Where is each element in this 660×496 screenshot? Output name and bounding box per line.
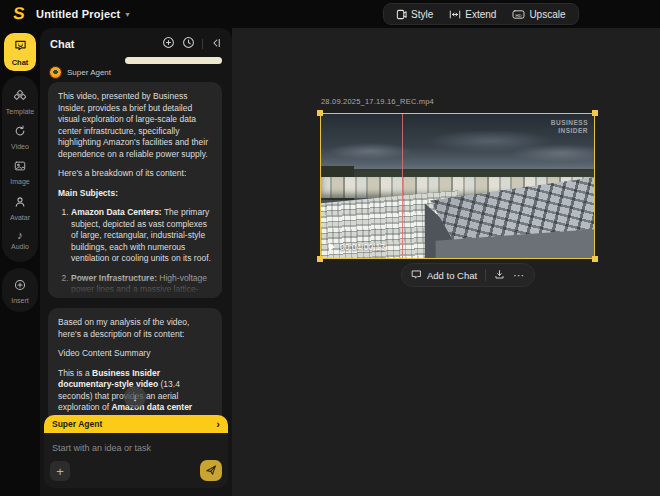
playhead-line: [402, 114, 403, 258]
message-list-item: Amazon Data Centers: The primary subject…: [71, 207, 212, 265]
plus-icon: +: [56, 464, 64, 479]
sidebar-label-video: Video: [11, 143, 29, 150]
sidebar-item-image[interactable]: Image: [10, 158, 29, 185]
action-divider: [485, 269, 486, 281]
audio-note-icon: ♪: [17, 229, 23, 241]
sidebar-label-template: Template: [6, 108, 34, 115]
sidebar-item-avatar[interactable]: Avatar: [10, 194, 30, 221]
selection-handle-bottom-left[interactable]: [317, 256, 323, 262]
extend-icon: [449, 9, 461, 20]
upscale-hd-icon: HD: [512, 9, 525, 20]
selection-handle-bottom-right[interactable]: [592, 256, 598, 262]
collapse-panel-icon[interactable]: [210, 35, 222, 53]
upscale-button[interactable]: HD Upscale: [504, 4, 573, 24]
app-logo-icon[interactable]: S: [9, 5, 29, 23]
sidebar-label-insert: Insert: [11, 297, 29, 304]
attach-plus-button[interactable]: +: [50, 461, 70, 481]
more-dots-icon: ⋯: [513, 270, 525, 280]
sidebar-item-video[interactable]: Video: [11, 123, 29, 150]
upscale-label: Upscale: [529, 9, 565, 20]
canvas-area[interactable]: 28.09.2025_17.19.16_REC.mp4 BUSINESS INS…: [232, 28, 660, 496]
template-icon: [14, 88, 26, 106]
selection-handle-top-right[interactable]: [592, 110, 598, 116]
add-to-chat-button[interactable]: Add to Chat: [411, 266, 477, 284]
add-to-chat-label: Add to Chat: [427, 270, 477, 281]
chat-input[interactable]: Start with an idea or task: [52, 443, 151, 453]
sidebar-label-avatar: Avatar: [10, 214, 30, 221]
project-title[interactable]: Untitled Project: [36, 8, 121, 20]
image-icon: [14, 158, 26, 176]
avatar-icon: [14, 194, 26, 212]
video-controls: 00:04/00:13: [329, 242, 385, 252]
super-agent-banner[interactable]: Super Agent ›: [44, 415, 228, 433]
style-button[interactable]: Style: [388, 4, 441, 24]
download-button[interactable]: [494, 266, 505, 284]
message-heading: Main Subjects:: [58, 188, 212, 200]
style-icon: [396, 9, 407, 20]
download-icon: [494, 266, 505, 284]
composer-body: Start with an idea or task +: [44, 433, 228, 488]
video-filename: 28.09.2025_17.19.16_REC.mp4: [321, 97, 434, 106]
sidebar-insert-group: Insert: [2, 268, 38, 312]
more-options-button[interactable]: ⋯: [513, 270, 525, 280]
super-agent-avatar: [49, 66, 62, 79]
chevron-right-icon: ›: [216, 419, 220, 429]
sidebar-label-audio: Audio: [11, 243, 29, 250]
video-loop-icon: [14, 123, 26, 141]
insert-plus-icon: [14, 277, 26, 295]
agent-name-label: Super Agent: [67, 68, 111, 77]
chevron-down-icon[interactable]: ▾: [126, 10, 130, 19]
video-time: 00:04/00:13: [340, 242, 385, 252]
video-thumbnail: BUSINESS INSIDER 00:04/00:13: [321, 114, 594, 258]
arrow-down-icon: ↓: [132, 391, 138, 403]
chat-composer: Super Agent › Start with an idea or task…: [44, 415, 228, 488]
canvas-toolbar: Style Extend HD Upscale: [383, 3, 579, 25]
message-paragraph: Here's a breakdown of its content:: [58, 168, 212, 180]
message-paragraph: This video, presented by Business Inside…: [58, 91, 212, 160]
left-sidebar: Chat Template Video Im: [0, 28, 40, 496]
sidebar-item-template[interactable]: Template: [6, 88, 34, 115]
chat-panel-title: Chat: [50, 38, 74, 50]
message-list: Amazon Data Centers: The primary subject…: [58, 207, 212, 298]
scroll-to-bottom-button[interactable]: ↓: [124, 386, 146, 408]
selected-video-clip[interactable]: BUSINESS INSIDER 00:04/00:13: [320, 113, 595, 259]
chat-header: Chat: [40, 28, 232, 60]
message-list-item: Power Infrastructure: High-voltage power…: [71, 273, 212, 299]
message-heading: Video Content Summary: [58, 348, 212, 360]
header-divider: [202, 39, 203, 49]
sidebar-item-chat[interactable]: Chat: [4, 33, 36, 71]
banner-label: Super Agent: [52, 419, 102, 429]
extend-button[interactable]: Extend: [441, 4, 504, 24]
sidebar-item-insert[interactable]: Insert: [11, 277, 29, 304]
message-paragraph: Based on my analysis of the video, here'…: [58, 317, 212, 340]
send-paper-plane-icon: [205, 462, 217, 480]
chat-bubble-icon: [411, 266, 422, 284]
svg-text:HD: HD: [516, 12, 522, 17]
business-insider-watermark: BUSINESS INSIDER: [551, 119, 588, 134]
sidebar-label-image: Image: [10, 178, 29, 185]
chat-history-icon[interactable]: [182, 35, 195, 53]
style-label: Style: [411, 9, 433, 20]
chat-panel: Chat Super Agent This v: [40, 28, 232, 496]
sidebar-label-chat: Chat: [12, 58, 29, 67]
new-chat-icon[interactable]: [162, 35, 175, 53]
chat-smiley-icon: [14, 38, 27, 56]
send-button[interactable]: [200, 460, 222, 481]
agent-header-row: Super Agent: [49, 66, 111, 79]
sidebar-item-audio[interactable]: ♪ Audio: [11, 229, 29, 250]
play-icon[interactable]: [329, 243, 335, 251]
extend-label: Extend: [465, 9, 496, 20]
selection-handle-top-left[interactable]: [317, 110, 323, 116]
top-bar: S Untitled Project ▾ Style Extend: [0, 0, 660, 28]
agent-message-1: This video, presented by Business Inside…: [48, 82, 222, 298]
video-action-bar: Add to Chat ⋯: [401, 263, 535, 287]
sidebar-tool-group: Template Video Image Av: [2, 76, 38, 262]
